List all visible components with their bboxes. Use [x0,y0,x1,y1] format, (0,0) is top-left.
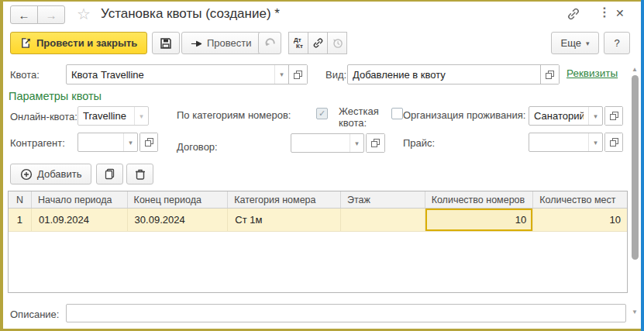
price-label: Прайс: [403,137,435,149]
col-header-period-start[interactable]: Начало периода [32,191,128,208]
plus-circle-icon [20,168,33,181]
page-title: Установка квоты (создание) * [101,6,280,22]
post-label: Провести [207,37,252,49]
kind-choose-button[interactable] [540,65,559,84]
col-header-n[interactable]: N [9,191,32,208]
quota-table-header: N Начало периода Конец периода Категория… [9,191,627,209]
description-field [66,304,626,322]
undo-button[interactable] [258,32,281,54]
by-categories-label: По категориям номеров: [177,109,291,121]
choose-list-icon [367,134,384,152]
kind-label: Вид: [325,69,346,81]
contract-choose-button[interactable] [366,133,385,153]
online-quota-input[interactable] [78,107,134,125]
choose-list-icon [605,107,622,125]
choose-list-icon [140,133,157,151]
back-arrow-icon: ← [19,9,30,22]
cell-room-category[interactable]: Ст 1м [228,209,341,231]
cell-period-end[interactable]: 30.09.2024 [128,209,229,231]
dtkt-bottom-label: Кт [296,43,303,50]
chain-link-icon [312,37,324,49]
forward-button[interactable]: → [37,5,65,24]
contract-field: ▾ [291,133,364,153]
accounting-tools-group: Дт Кт [288,32,347,54]
details-link[interactable]: Реквизиты [567,67,618,79]
copy-link-icon[interactable] [567,7,580,21]
quota-input[interactable] [67,65,274,84]
post-and-close-button[interactable]: Провести и закрыть [10,32,147,54]
window-frame-right [641,0,644,331]
col-header-bed-count[interactable]: Количество мест [533,191,627,208]
help-label: ? [614,37,619,49]
post-button[interactable]: Провести [181,32,261,54]
contract-label: Договор: [177,141,218,153]
price-choose-button[interactable] [604,133,623,152]
close-icon[interactable]: ✕ [615,7,625,19]
org-dropdown-icon[interactable]: ▾ [588,107,602,125]
quota-label: Квота: [10,69,40,81]
quota-dropdown-icon[interactable]: ▾ [274,65,288,84]
counterparty-choose-button[interactable] [139,133,158,152]
counterparty-dropdown-icon[interactable]: ▾ [123,133,137,151]
add-row-button[interactable]: Добавить [10,164,91,184]
more-button[interactable]: Еще ▾ [551,32,599,54]
history-clock-icon [332,37,343,49]
contract-input[interactable] [291,134,350,152]
help-button[interactable]: ? [604,32,630,54]
dtkt-button[interactable]: Дт Кт [288,32,308,54]
col-header-floor[interactable]: Этаж [341,191,425,208]
favorite-star-icon[interactable]: ☆ [77,6,91,22]
contract-dropdown-icon[interactable]: ▾ [350,134,363,152]
col-header-period-end[interactable]: Конец периода [128,191,229,208]
org-choose-button[interactable] [604,106,623,126]
back-button[interactable]: ← [10,5,38,24]
cell-floor[interactable] [341,209,425,231]
quota-choose-button[interactable] [288,65,307,84]
window-frame-left [0,0,3,331]
kind-field [347,64,560,84]
price-dropdown-icon[interactable]: ▾ [588,133,602,151]
window-frame-top [0,0,644,2]
table-row: 1 01.09.2024 30.09.2024 Ст 1м 10 10 [9,209,627,232]
cell-bed-count[interactable]: 10 [533,209,627,231]
scrollbar-down-icon[interactable]: ▼ [632,309,638,315]
counterparty-label: Контрагент: [10,137,65,149]
choose-list-icon [605,133,622,151]
col-header-room-category[interactable]: Категория номера [228,191,341,208]
kind-input[interactable] [348,65,540,84]
scrollbar-up-icon[interactable]: ▲ [632,67,638,73]
scrollbar-thumb[interactable] [632,75,639,260]
price-input[interactable] [529,133,588,151]
save-button[interactable] [152,32,180,54]
menu-kebab-icon[interactable]: ⋮ [598,6,611,19]
link-button[interactable] [308,32,328,54]
by-categories-checkbox[interactable]: ✓ [316,108,328,119]
add-row-label: Добавить [37,168,81,180]
description-label: Описание: [10,309,59,320]
hard-quota-checkbox[interactable] [391,108,403,119]
quota-table: N Начало периода Конец периода Категория… [8,191,628,293]
choose-list-icon [546,71,554,79]
copy-row-button[interactable] [96,164,123,184]
online-quota-dropdown-icon[interactable]: ▾ [134,107,148,125]
cell-period-start[interactable]: 01.09.2024 [32,209,128,231]
post-arrow-icon [191,39,202,48]
forward-arrow-icon: → [46,9,57,22]
org-field: ▾ [529,106,603,126]
quota-setup-window: ← → ☆ Установка квоты (создание) * ⋮ ✕ П… [0,0,644,331]
counterparty-input[interactable] [78,133,123,151]
history-nav-group: ← → [10,5,65,24]
col-header-room-count[interactable]: Количество номеров [425,191,534,208]
description-input[interactable] [67,305,625,322]
cell-row-number[interactable]: 1 [9,209,32,231]
section-title-quota-params: Параметры квоты [9,90,102,102]
history-button[interactable] [327,32,347,54]
more-caret-icon: ▾ [586,40,590,47]
undo-icon [264,38,276,48]
copy-icon [104,168,115,180]
delete-row-button[interactable] [126,164,153,184]
online-quota-label: Онлайн-квота: [10,111,77,122]
org-input[interactable] [529,107,588,125]
post-and-close-icon [20,37,32,49]
cell-room-count-selected[interactable]: 10 [425,209,534,231]
